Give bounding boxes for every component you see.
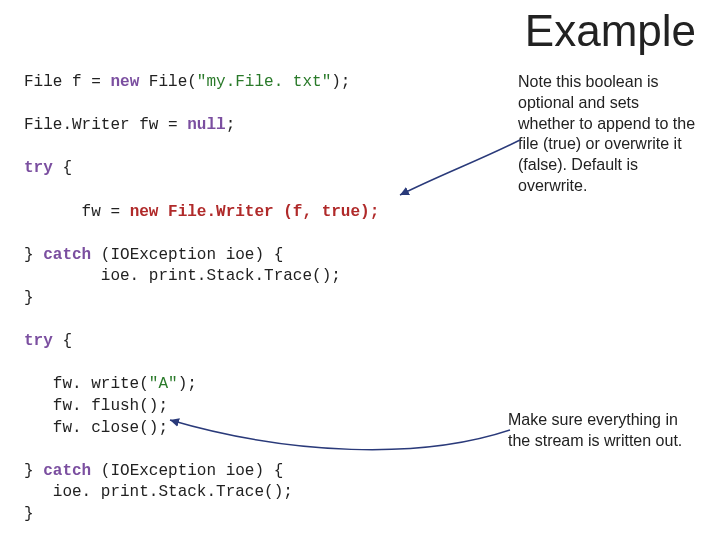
code-line-12: } catch (IOException ioe) { bbox=[24, 462, 283, 480]
code-line-2: File.Writer fw = null; bbox=[24, 116, 235, 134]
code-block: File f = new File("my.File. txt"); File.… bbox=[24, 72, 454, 525]
code-line-7: } bbox=[24, 289, 34, 307]
code-line-1: File f = new File("my.File. txt"); bbox=[24, 73, 350, 91]
code-line-13: ioe. print.Stack.Trace(); bbox=[24, 483, 293, 501]
code-line-14: } bbox=[24, 505, 34, 523]
slide: Example File f = new File("my.File. txt"… bbox=[0, 0, 720, 540]
slide-title: Example bbox=[525, 6, 696, 56]
code-line-11: fw. close(); bbox=[24, 419, 168, 437]
code-line-4: fw = new File.Writer (f, true); bbox=[24, 203, 379, 221]
code-line-6: ioe. print.Stack.Trace(); bbox=[24, 267, 341, 285]
code-line-5: } catch (IOException ioe) { bbox=[24, 246, 283, 264]
code-line-9: fw. write("A"); bbox=[24, 375, 197, 393]
annotation-flush-note: Make sure everything in the stream is wr… bbox=[508, 410, 698, 452]
code-line-8: try { bbox=[24, 332, 72, 350]
code-line-3: try { bbox=[24, 159, 72, 177]
annotation-boolean-note: Note this boolean is optional and sets w… bbox=[518, 72, 698, 197]
code-line-10: fw. flush(); bbox=[24, 397, 168, 415]
